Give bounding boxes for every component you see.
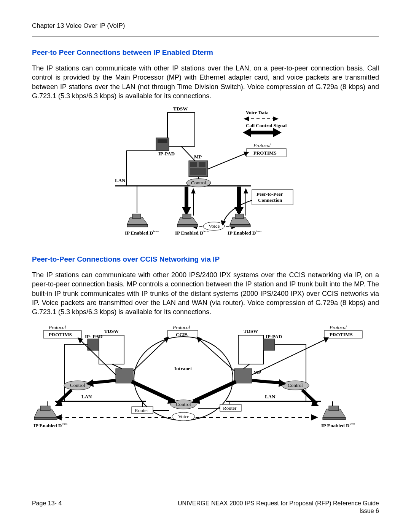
diagram1: TDSW IP-PAD MP LAN Control [32,105,379,244]
header-rule [32,37,379,37]
section1-title: Peer-to Peer Connections between IP Enab… [32,48,379,57]
ip-pad-card-right [263,339,275,350]
svg-text:Control: Control [176,401,191,407]
svg-marker-28 [243,128,251,137]
label-protims-left: PROTIMS [49,332,72,337]
footer-issue: Issue 6 [32,508,379,514]
svg-rect-97 [40,406,50,411]
svg-rect-0 [158,139,167,143]
svg-text:Control: Control [288,382,303,388]
svg-rect-98 [329,406,339,411]
svg-rect-42 [99,335,124,364]
svg-line-1 [181,146,196,161]
label-ip-enabled-left: IP Enabled Dterm [33,422,68,428]
svg-line-45 [112,364,122,369]
label-ip-pad: IP-PAD [158,151,175,157]
svg-text:Protocol: Protocol [172,324,190,330]
label-tdsw: TDSW [173,106,188,112]
svg-marker-16 [244,188,248,193]
svg-text:IP-PAD: IP-PAD [266,334,282,339]
label-router-right: Router [223,405,237,411]
label-voice: Voice [209,223,220,229]
svg-rect-21 [132,214,141,219]
svg-text:Protocol: Protocol [48,324,66,330]
footer-doc: UNIVERGE NEAX 2000 IPS Request for Propo… [178,500,379,507]
svg-rect-47 [238,335,263,364]
svg-rect-22 [183,214,191,219]
svg-rect-23 [235,214,244,219]
svg-text:Control: Control [70,382,85,388]
label-peer2: Connection [258,197,282,203]
section2-title: Peer-to-Peer Connections over CCIS Netwo… [32,255,379,264]
svg-text:Protocol: Protocol [329,324,347,330]
label-voice-data: Voice Data [246,110,269,115]
footer-page: Page 13- 4 [32,500,62,507]
label-mp: MP [194,154,202,160]
section1-paragraph: The IP stations can communicate with oth… [32,64,379,101]
label-ip-enabled-2: IP Enabled Dterm [175,230,209,236]
svg-rect-3 [199,162,206,167]
phone-icon [34,406,57,420]
svg-rect-2 [190,162,197,167]
mp-card-right [234,369,252,383]
svg-text:IP- PAD: IP- PAD [85,334,102,339]
svg-text:LAN: LAN [265,394,276,399]
label-peer1: Peer-to-Peer [256,191,283,197]
section2-paragraph: The IP stations can communicate with oth… [32,270,379,316]
svg-text:TDSW: TDSW [244,328,258,334]
phone-icon [323,406,346,420]
label-ip-enabled-right: IP Enabled Dterm [321,422,355,428]
label-control: Control [191,180,206,185]
svg-text:Voice: Voice [178,414,190,419]
label-lan: LAN [115,177,126,183]
label-intranet: Intranet [174,366,192,371]
page-footer: Page 13- 4 UNIVERGE NEAX 2000 IPS Reques… [32,500,379,514]
label-router-left: Router [135,407,148,413]
svg-marker-26 [273,117,279,121]
svg-rect-4 [190,168,206,175]
tdsw-box [167,113,195,146]
label-call-control: Call Control Signal [246,123,287,128]
running-header: Chapter 13 Voice Over IP (VoIP) [32,22,379,30]
label-ip-enabled-3: IP Enabled Dterm [228,230,262,236]
svg-line-31 [208,153,247,169]
label-ip-enabled-1: IP Enabled Dterm [125,230,159,236]
label-protocol: Protocol [253,142,271,148]
diagram2: Protocol PROTIMS Protocol CCIS Protocol … [32,321,379,441]
svg-marker-12 [191,188,196,193]
svg-line-50 [244,364,250,369]
svg-text:TDSW: TDSW [104,328,119,334]
phone-icon [230,214,250,227]
svg-marker-25 [244,117,249,121]
document-page: Chapter 13 Voice Over IP (VoIP) Peer-to … [0,0,411,532]
label-protims: PROTIMS [253,150,277,156]
svg-marker-29 [273,128,282,137]
phone-icon [127,214,148,227]
svg-marker-96 [311,414,318,420]
label-protims-right: PROTIMS [330,332,353,337]
phone-icon [177,214,198,227]
svg-marker-56 [78,337,83,343]
svg-text:LAN: LAN [81,394,92,399]
svg-line-75 [252,380,283,383]
mp-card-left [116,369,133,383]
